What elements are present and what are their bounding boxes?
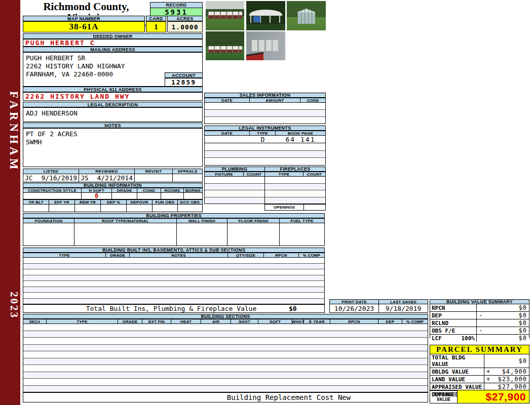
empty-row <box>23 331 428 338</box>
mailing-address-header: MAILING ADDRESS <box>23 47 203 52</box>
empty-row <box>23 269 324 275</box>
empty-row <box>205 177 325 184</box>
notes-header: NOTES <box>23 123 203 128</box>
photo-mobile-home-front <box>206 1 244 30</box>
col-header-grade: GRADE <box>118 319 142 323</box>
empty-row <box>205 184 325 191</box>
col-header-yrblt: YR BLT <box>23 200 49 204</box>
col-header-type: TYPE <box>47 319 118 323</box>
reviewed-value: JS 4/21/2014 <box>79 174 135 182</box>
openings-label: OPENINGS <box>264 204 304 211</box>
legal-instruments-header: LEGAL INSTRUMENTS <box>204 126 326 131</box>
building-sections-header: BUILDING SECTIONS <box>23 314 428 319</box>
deeded-owner-value: PUGH HERBERT C <box>23 39 203 47</box>
summary-row: RPCN $0 <box>430 304 529 312</box>
row-label: LAND VALUE <box>432 376 465 383</box>
row-value: $4,900 <box>492 368 527 375</box>
col-header-bdrms: BDRMS <box>184 188 202 192</box>
col-header-pct-comp: % COMP <box>402 319 428 323</box>
openings-value <box>304 204 326 211</box>
construction-style-value <box>23 193 82 199</box>
col-header-amount: AMOUNT <box>250 98 300 102</box>
empty-row <box>23 345 428 352</box>
col-header-count: COUNT <box>303 172 325 176</box>
row-label: DEP <box>432 312 442 319</box>
deeded-owner-header: DEEDED OWNER <box>23 33 203 39</box>
dep-value <box>101 205 127 212</box>
building-value-summary-header: BUILDING VALUE SUMMARY <box>430 299 529 304</box>
empty-row <box>205 190 325 197</box>
empty-row <box>23 275 324 281</box>
empty-row <box>23 338 428 345</box>
col-header-dep: DEP % <box>101 200 127 204</box>
visits-value-row: JC 9/16/2019 JS 4/21/2014 <box>23 174 203 182</box>
parcel-summary-table: TOTAL BLDG VALUE $0 OBLDG VALUE +$4,900 … <box>430 354 529 390</box>
card-value: 1 <box>146 21 166 32</box>
legal-instruments-empty-rows <box>204 143 326 166</box>
wall-finish-value <box>177 223 227 246</box>
empty-row <box>205 110 325 117</box>
col-header-hsqft: H SQFT <box>82 188 112 192</box>
col-header-effyr: EFF YR <box>49 200 75 204</box>
empty-row <box>23 264 324 270</box>
building-info-row2-headers: YR BLT EFF YR REM YR DEP % DEPOVR FUN OB… <box>23 199 203 205</box>
acres-header: ACRES <box>167 16 203 21</box>
col-header-grade: GRADE <box>112 188 137 192</box>
col-header-ecoobs: ECO OBS <box>178 200 202 204</box>
parcel-summary-header: PARCEL SUMMARY <box>430 345 529 354</box>
empty-row <box>23 365 428 372</box>
photo-shed-shape <box>297 9 315 24</box>
col-header-fixture: FIXTURE <box>205 172 244 176</box>
fuel-type-value <box>280 223 324 246</box>
mailing-line: PUGH HERBERT SR <box>26 54 202 62</box>
photo-mobile-home-shape <box>208 46 242 53</box>
reviewed-header: REVIEWED <box>79 169 135 174</box>
roof-value <box>74 223 177 246</box>
building-sections-col-headers: SEC# TYPE GRADE EXT FIN HEAT AIR SHGT SQ… <box>23 319 428 324</box>
row-value: $27,900 <box>492 383 527 390</box>
grade-value <box>112 193 137 199</box>
row-label: RCLND <box>432 320 448 327</box>
last-saved-header: LAST SAVED <box>379 300 428 304</box>
row-value: $0 <box>492 357 527 364</box>
district-label: FARNHAM <box>0 86 20 177</box>
summary-row: LCF100% $0 <box>430 335 529 342</box>
empty-row <box>23 324 428 331</box>
empty-row <box>23 281 324 287</box>
year-label: 2023 <box>0 282 20 328</box>
empty-row <box>23 358 428 366</box>
mailing-line: 2262 HISTORY LAND HIGHWAY <box>26 62 202 70</box>
col-header-rpcn: RPCN <box>264 253 299 257</box>
col-header-pct-comp: % COMP <box>299 253 324 257</box>
col-header-code: CODE <box>300 98 325 102</box>
col-header-whgt: WHGT <box>292 319 304 323</box>
empty-row <box>205 117 325 124</box>
built-ins-total-value: $0 <box>289 305 324 312</box>
photo-number-plaques <box>252 40 280 51</box>
empty-row <box>23 299 324 304</box>
building-replacement-footer: Building Replacement Cost New <box>23 392 428 402</box>
row-label: RPCN <box>432 305 445 311</box>
col-header-type: TYPE <box>23 253 106 257</box>
row-label: APPRAISED VALUE <box>432 384 482 390</box>
physical-address-value: 2262 HISTORY LAND HWY <box>23 92 203 101</box>
col-header-fuel-type: FUEL TYPE <box>280 219 324 223</box>
rooms-value <box>161 193 184 199</box>
col-header-sec: SEC# <box>23 319 47 323</box>
plumbing-fireplaces-empty-rows <box>204 177 326 204</box>
col-header-heat: HEAT <box>171 319 201 323</box>
acres-value: 1.0000 <box>167 21 203 32</box>
reviewed-by: JS <box>81 174 89 182</box>
revisit-value <box>135 174 173 182</box>
cond-value <box>137 193 161 199</box>
col-header-type: TYPE <box>250 131 276 135</box>
physical-address-header: PHYSICAL 911 ADDRESS <box>23 87 203 92</box>
building-info-row1-values: 0 <box>23 193 203 199</box>
map-number-header: MAP NUMBER <box>23 16 145 21</box>
instrument-date <box>205 136 250 143</box>
map-number-value: 38-61A <box>23 21 145 32</box>
building-information-header: BUILDING INFORMATION <box>23 183 203 188</box>
row-label: LCF <box>432 335 442 342</box>
col-header-rpcn: RPCN <box>330 319 378 323</box>
legal-description-header: LEGAL DESCRIPTION <box>23 102 203 107</box>
